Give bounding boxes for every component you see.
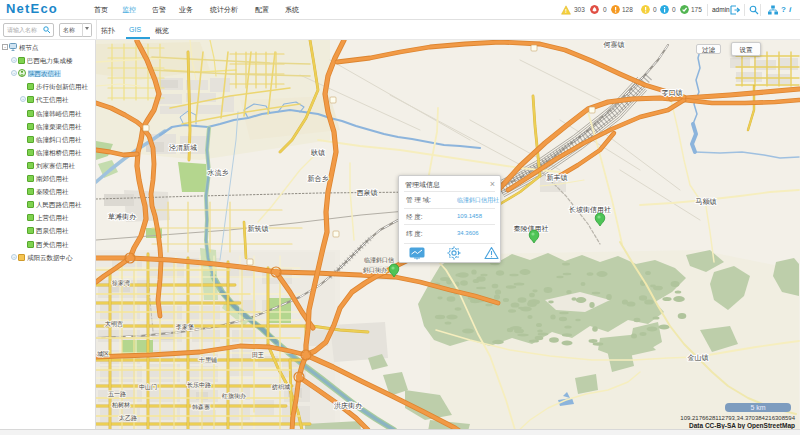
svg-text:柏树林: 柏树林 (111, 402, 131, 409)
svg-text:金山镇: 金山镇 (688, 354, 709, 362)
svg-text:草滩街办: 草滩街办 (108, 213, 137, 221)
svg-text:耿镇: 耿镇 (311, 149, 325, 157)
svg-text:临潼斜口信: 临潼斜口信 (364, 256, 394, 264)
svg-text:新合乡: 新合乡 (308, 174, 329, 183)
svg-text:新筑镇: 新筑镇 (248, 224, 269, 233)
svg-text:零口镇: 零口镇 (662, 89, 683, 97)
svg-text:西泉镇: 西泉镇 (357, 189, 378, 197)
svg-text:五一路: 五一路 (108, 391, 126, 398)
svg-text:洪庆街办: 洪庆街办 (334, 402, 363, 410)
svg-text:马额镇: 马额镇 (696, 198, 717, 206)
svg-text:韩森寨: 韩森寨 (192, 403, 210, 410)
svg-text:城区: 城区 (97, 350, 109, 357)
svg-text:徐家湾: 徐家湾 (112, 279, 130, 287)
svg-text:中山门: 中山门 (139, 383, 157, 390)
svg-text:斜口街办: 斜口街办 (363, 267, 387, 274)
svg-text:太乙路: 太乙路 (119, 414, 137, 422)
svg-text:红旗街办: 红旗街办 (221, 393, 246, 400)
svg-text:长坡街信用社: 长坡街信用社 (569, 206, 611, 214)
svg-text:李家堡: 李家堡 (175, 323, 194, 330)
svg-text:田王: 田王 (252, 351, 264, 359)
svg-text:纺织城: 纺织城 (272, 383, 290, 391)
svg-text:泾渭新城: 泾渭新城 (169, 143, 197, 152)
svg-text:新丰镇: 新丰镇 (547, 173, 568, 182)
svg-text:水流乡: 水流乡 (208, 169, 229, 177)
svg-text:!: ! (565, 8, 567, 14)
svg-text:十里铺: 十里铺 (198, 357, 217, 363)
svg-text:长乐中路: 长乐中路 (187, 382, 211, 389)
svg-text:大明宫: 大明宫 (105, 320, 123, 328)
svg-text:何寨镇: 何寨镇 (604, 40, 625, 49)
